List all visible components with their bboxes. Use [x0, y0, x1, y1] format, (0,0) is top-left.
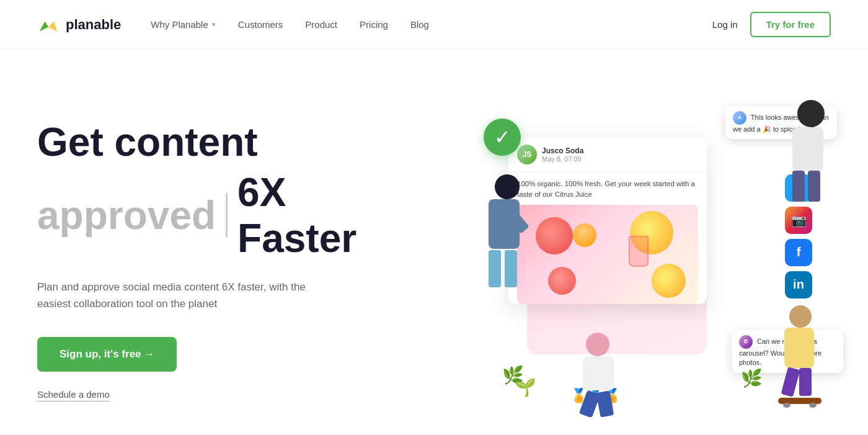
card-header: JS Jusco Soda May 8, 07:09: [508, 137, 707, 173]
char3-legs: [583, 392, 614, 416]
fruit-red-small: [548, 267, 576, 295]
hero-illustration: JS Jusco Soda May 8, 07:09 100% organic.…: [471, 100, 831, 423]
character-top-right: [792, 100, 825, 202]
char3-leg-r: [596, 390, 614, 417]
char2-leg-l: [792, 171, 805, 202]
hero-title-line1: Get content: [37, 120, 384, 164]
char2-leg-r: [808, 171, 820, 202]
brand-name: planable: [66, 17, 121, 33]
navbar: planable Why Planable ▾ Customers Produc…: [0, 0, 868, 50]
char-body: [489, 199, 520, 249]
social-content-card: JS Jusco Soda May 8, 07:09 100% organic.…: [508, 137, 707, 305]
hero-subtitle: Plan and approve social media content 6X…: [37, 279, 335, 312]
nav-product[interactable]: Product: [305, 19, 337, 30]
svg-marker-2: [48, 21, 57, 31]
nav-left: planable Why Planable ▾ Customers Produc…: [37, 14, 429, 36]
card-caption: 100% organic. 100% fresh. Get your week …: [517, 179, 698, 200]
card-date: May 8, 07:09: [542, 155, 698, 163]
character-left: [489, 174, 520, 287]
card-account-name: Jusco Soda: [542, 146, 698, 155]
nav-why-planable[interactable]: Why Planable ▾: [151, 19, 216, 30]
hero-approved-text: approved: [37, 192, 216, 238]
char2-legs: [792, 171, 825, 202]
char2-head: [797, 100, 825, 127]
drink-glass: [629, 236, 649, 267]
wheel-2: [809, 403, 817, 408]
char-head: [495, 174, 520, 199]
skateboard-deck: [778, 398, 822, 404]
char-leg-r: [505, 250, 517, 287]
chevron-down-icon: ▾: [212, 20, 216, 29]
char-legs: [489, 250, 520, 287]
signup-button[interactable]: Sign up, it's free →: [37, 337, 177, 372]
char3-head: [586, 333, 609, 356]
char4-body: [784, 328, 814, 368]
hero-left: Get content approved 6X Faster Plan and …: [37, 120, 384, 401]
title-divider: [226, 193, 228, 238]
logo[interactable]: planable: [37, 14, 121, 36]
schedule-demo-link[interactable]: Schedule a demo: [37, 389, 110, 401]
card-body: 100% organic. 100% fresh. Get your week …: [508, 173, 707, 305]
try-for-free-button[interactable]: Try for free: [750, 12, 831, 37]
char3-body: [583, 356, 614, 390]
fruit-red: [536, 217, 573, 254]
instagram-icon: 📷: [785, 207, 812, 234]
hero-faster-text: 6X Faster: [237, 169, 384, 261]
linkedin-icon: in: [785, 271, 812, 298]
char4-legs: [784, 368, 828, 396]
char4-leg-l: [781, 367, 800, 397]
commenter-avatar-2: B: [739, 335, 753, 349]
fruit-orange: [573, 223, 596, 247]
nav-blog[interactable]: Blog: [410, 19, 429, 30]
svg-marker-0: [40, 21, 48, 31]
char-leg-l: [489, 250, 501, 287]
nav-right: Log in Try for free: [712, 12, 831, 37]
hero-title-line2: approved 6X Faster: [37, 169, 384, 261]
commenter-avatar-1: A: [733, 111, 746, 125]
character-skateboard: [784, 305, 828, 404]
char4-leg-r: [799, 368, 812, 396]
card-meta: Jusco Soda May 8, 07:09: [542, 146, 698, 163]
plant-right: 🌿: [741, 368, 763, 388]
approval-check-badge: ✓: [484, 119, 521, 156]
nav-customers[interactable]: Customers: [238, 19, 283, 30]
wheel-1: [783, 403, 790, 408]
card-image: [517, 205, 698, 304]
login-button[interactable]: Log in: [712, 19, 738, 30]
char4-head: [789, 305, 812, 328]
nav-pricing[interactable]: Pricing: [360, 19, 388, 30]
character-sitting: [583, 333, 614, 416]
nav-links: Why Planable ▾ Customers Product Pricing…: [151, 19, 429, 30]
card-avatar: JS: [517, 145, 537, 164]
char2-body: [792, 127, 823, 171]
hero-section: Get content approved 6X Faster Plan and …: [0, 50, 868, 435]
facebook-icon: f: [785, 239, 812, 266]
plant-left-2: 🌱: [515, 377, 536, 398]
fruit-yellow-small: [652, 264, 686, 298]
